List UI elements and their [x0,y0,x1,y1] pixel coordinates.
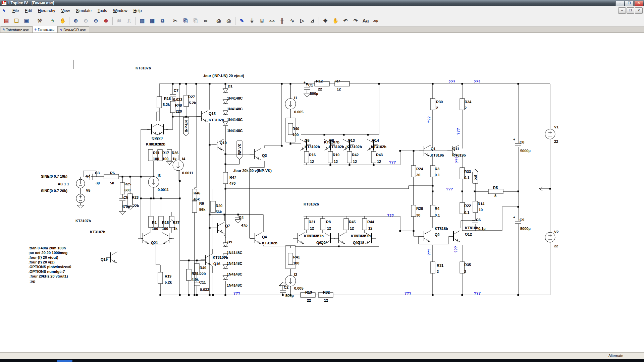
unknown-net-label: ??? [233,291,240,295]
component-label: KT3102b [305,145,320,149]
toolbar-separator [69,17,69,25]
menu-edit[interactable]: Edit [22,7,35,15]
transistor-symbol [152,131,158,135]
resistor-symbol [362,219,367,230]
edit-pencil-button[interactable]: ✎ [237,16,247,25]
component-label: Q15 [209,112,216,116]
component-label: 100 [292,133,299,137]
menu-help[interactable]: Help [130,7,145,15]
tab-schematic-icon: ϟ [35,27,37,32]
junction-dot [172,116,174,118]
minimize-button[interactable]: – [615,1,624,6]
capacitor-button[interactable]: ╫ [277,16,287,25]
zoom-out-button[interactable]: ⊖ [91,16,101,25]
component-label: 1N4148C [227,107,243,111]
child-restore-button[interactable]: ❐ [627,7,634,14]
component-label: C4 [239,216,244,220]
menu-view[interactable]: View [58,7,73,15]
transistor-symbol [298,240,305,244]
drag-button[interactable]: ✋ [331,16,340,25]
ground-symbol [304,94,310,97]
tab-Totentanz.asc[interactable]: ϟTotentanz.asc [1,26,32,33]
spice-directive-button[interactable]: .op [371,16,380,25]
maximize-button[interactable]: ❐ [625,1,634,6]
junction-dot [160,294,161,296]
component-label: 45k [194,197,200,201]
windows-taskbar[interactable] [0,359,644,362]
junction-dot [225,154,226,155]
copy-button[interactable]: ⎘ [181,16,190,25]
run-button[interactable]: ϟ [48,16,57,25]
undo-button[interactable]: ↶ [341,16,350,25]
resistor-button[interactable]: ⧟ [267,16,277,25]
junction-dot [413,150,415,152]
resistor-symbol [304,152,309,163]
junction-dot [549,188,551,190]
component-label: Q3 [262,154,267,158]
component-label: R18 [164,97,171,101]
component-label: 1k [173,227,178,231]
menu-simulate[interactable]: Simulate [73,7,95,15]
zoom-full-extents-button[interactable]: ⊗ [101,16,111,25]
ground-button[interactable]: ⏚ [247,16,257,25]
diode-button[interactable]: ▷ [298,16,307,25]
menu-tools[interactable]: Tools [95,7,110,15]
child-minimize-button[interactable]: – [618,7,626,14]
component-label: R15 [162,221,169,225]
paste-button: ⎗ [191,16,200,25]
component-label: 2 [437,269,439,274]
schematic-canvas[interactable]: ++++INP-UNINP-VKoutKT3107b.four {INP-UN}… [0,33,644,352]
tab-Гачык.asc[interactable]: ϟГачык.asc [33,26,58,33]
print-preview-button[interactable]: ⎙ [214,16,223,25]
junction-dot [474,191,476,192]
find-button[interactable]: ∞ [201,16,210,25]
close-button[interactable]: ✕ [634,1,643,6]
ground-symbol [166,162,173,165]
component-label: 22k [133,204,139,208]
component-label: 30 [416,173,420,177]
component-button[interactable]: ⊿ [308,16,317,25]
junction-dot [188,294,190,296]
component-label: R44 [367,220,374,224]
unknown-net-label: ??? [474,80,480,84]
label-net-button[interactable]: ⌻ [257,16,267,25]
text-button[interactable]: Aa [361,16,370,25]
start-button-sliver[interactable] [57,360,72,362]
junction-dot [150,198,152,199]
unknown-net-label: ??? [389,160,396,164]
child-close-button[interactable]: ✕ [635,7,643,14]
component-label: Q2 [435,233,440,237]
component-label: 500µ [285,294,294,298]
component-label: Q18 [357,241,364,245]
menu-file[interactable]: File [9,7,22,15]
component-label: 2 [465,106,467,110]
tab-ГачыкGR.asc[interactable]: ϟГачыкGR.asc [58,26,89,33]
inductor-button[interactable]: ∿ [287,16,297,25]
menu-hierarchy[interactable]: Hierarchy [35,7,58,15]
cut-button[interactable]: ✂ [171,16,180,25]
transistor-symbol [424,238,431,242]
resistor-symbol [328,152,333,163]
resistor-symbol [344,219,348,230]
redo-button[interactable]: ↷ [351,16,360,25]
component-label: 0.1 [464,176,469,180]
print-button[interactable]: ⎙ [224,16,233,25]
polarity-plus-mark: + [304,81,306,84]
component-label: R21 [309,220,315,224]
junction-dot [196,83,197,85]
zoom-in-button[interactable]: ⊕ [71,16,80,25]
cascade-button[interactable]: ⧉ [158,16,167,25]
component-label: R45 [349,220,356,224]
ground-symbol [235,220,241,223]
tile-vertically-button[interactable]: ▥ [138,16,147,25]
move-button[interactable]: ✥ [321,16,330,25]
component-label: 12 [310,226,314,230]
title-bar[interactable]: LT LTspice IV - [Гачык.asc] –❐✕ [0,0,644,6]
resistor-symbol [460,168,465,179]
tile-horizontally-button[interactable]: ▦ [148,16,157,25]
save-button[interactable]: ▣ [22,16,31,25]
new-schematic-button[interactable]: ▤ [2,16,11,25]
open-button[interactable]: ❏ [12,16,21,25]
control-panel-button[interactable]: ⚒ [35,16,44,25]
menu-window[interactable]: Window [110,7,130,15]
